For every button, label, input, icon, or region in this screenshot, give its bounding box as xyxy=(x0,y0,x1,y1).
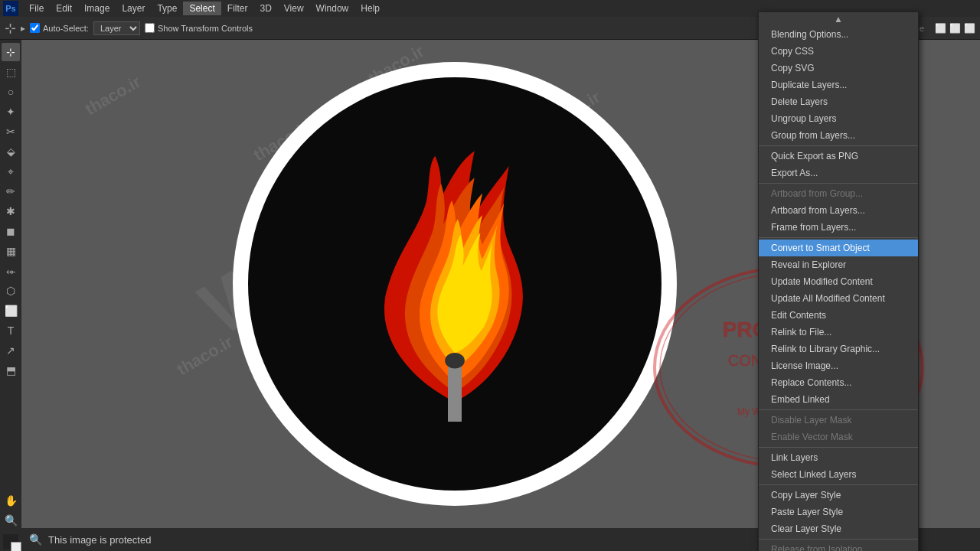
align-center-icon[interactable]: ⬜ xyxy=(949,23,961,34)
auto-select-type[interactable]: Layer Group xyxy=(93,21,140,35)
ctx-group-from-layers[interactable]: Group from Layers... xyxy=(759,127,918,144)
ctx-update-all[interactable]: Update All Modified Content xyxy=(759,290,918,307)
flame-inner xyxy=(248,77,662,491)
move-tool-icon: ⊹ xyxy=(5,20,16,37)
ctx-replace-contents[interactable]: Replace Contents... xyxy=(759,374,918,391)
ctx-quick-export[interactable]: Quick Export as PNG xyxy=(759,148,918,165)
menu-type[interactable]: Type xyxy=(151,2,183,15)
ctx-link-layers[interactable]: Link Layers xyxy=(759,449,918,466)
menu-image[interactable]: Image xyxy=(78,2,116,15)
app-logo: Ps xyxy=(3,1,18,16)
menu-select[interactable]: Select xyxy=(183,2,220,15)
crop-tool-btn[interactable]: ✂ xyxy=(2,122,20,141)
ctx-frame-layers[interactable]: Frame from Layers... xyxy=(759,219,918,236)
menu-file[interactable]: File xyxy=(23,2,50,15)
show-transform-checkbox[interactable] xyxy=(145,23,155,33)
heal-tool-btn[interactable]: ⌖ xyxy=(2,162,20,181)
ctx-sep-1 xyxy=(759,145,918,146)
dodge-tool-btn[interactable]: ⬡ xyxy=(2,282,20,300)
hand-tool-btn[interactable]: ✋ xyxy=(2,491,20,510)
ctx-sep-5 xyxy=(759,447,918,448)
ctx-relink-library[interactable]: Relink to Library Graphic... xyxy=(759,341,918,357)
watermark-6: thaco.ir xyxy=(174,332,237,380)
ctx-sep-7 xyxy=(759,539,918,540)
ctx-sep-3 xyxy=(759,237,918,238)
svg-rect-0 xyxy=(448,363,462,422)
ctx-blending-options[interactable]: Blending Options... xyxy=(759,26,918,43)
eyedropper-btn[interactable]: ⬙ xyxy=(2,142,20,161)
ctx-disable-layer-mask: Disable Layer Mask xyxy=(759,412,918,429)
ctx-update-modified[interactable]: Update Modified Content xyxy=(759,273,918,290)
ctx-relink-file[interactable]: Relink to File... xyxy=(759,324,918,341)
magic-wand-btn[interactable]: ✦ xyxy=(2,103,20,121)
ctx-copy-svg[interactable]: Copy SVG xyxy=(759,60,918,77)
protected-text: This image is protected xyxy=(48,534,151,546)
ctx-ungroup-layers[interactable]: Ungroup Layers xyxy=(759,110,918,127)
lasso-tool-btn[interactable]: ○ xyxy=(2,83,20,101)
ctx-copy-css[interactable]: Copy CSS xyxy=(759,43,918,60)
menu-window[interactable]: Window xyxy=(310,2,355,15)
brush-tool-btn[interactable]: ✏ xyxy=(2,182,20,201)
scroll-up-btn[interactable]: ▲ xyxy=(759,12,918,26)
left-toolbar: ⊹ ⬚ ○ ✦ ✂ ⬙ ⌖ ✏ ✱ ◼ ▦ ⬰ ⬡ ⬜ T ↗ ⬒ ✋ 🔍 xyxy=(0,40,21,551)
ctx-reveal-explorer[interactable]: Reveal in Explorer xyxy=(759,256,918,273)
ctx-artboard-layers[interactable]: Artboard from Layers... xyxy=(759,202,918,219)
ctx-release-isolation: Release from Isolation xyxy=(759,541,918,551)
warning-icon: 🔍 xyxy=(29,533,42,546)
ctx-enable-vector-mask: Enable Vector Mask xyxy=(759,429,918,445)
menu-view[interactable]: View xyxy=(278,2,310,15)
menu-3d[interactable]: 3D xyxy=(253,2,277,15)
arrow-options: ▸ xyxy=(21,23,25,34)
zoom-tool-btn[interactable]: 🔍 xyxy=(2,511,20,530)
ctx-duplicate-layers[interactable]: Duplicate Layers... xyxy=(759,77,918,93)
eraser-tool-btn[interactable]: ◼ xyxy=(2,222,20,240)
align-left-icon[interactable]: ⬜ xyxy=(935,23,946,34)
shape-tool-btn[interactable]: ⬒ xyxy=(2,361,20,380)
flame-svg xyxy=(348,146,562,422)
menu-layer[interactable]: Layer xyxy=(116,2,151,15)
show-transform-label: Show Transform Controls xyxy=(145,23,253,33)
clone-tool-btn[interactable]: ✱ xyxy=(2,202,20,220)
type-tool-btn[interactable]: T xyxy=(2,321,20,340)
selection-tool-btn[interactable]: ⬚ xyxy=(2,63,20,81)
ctx-paste-style[interactable]: Paste Layer Style xyxy=(759,504,918,520)
ctx-delete-layers[interactable]: Delete Layers xyxy=(759,93,918,110)
align-right-icon[interactable]: ⬜ xyxy=(964,23,975,34)
blur-tool-btn[interactable]: ⬰ xyxy=(2,262,20,280)
ctx-export-as[interactable]: Export As... xyxy=(759,165,918,181)
pen-tool-btn[interactable]: ⬜ xyxy=(2,302,20,320)
ctx-convert-smart[interactable]: Convert to Smart Object xyxy=(759,240,918,256)
menu-filter[interactable]: Filter xyxy=(221,2,254,15)
context-menu: ▲ Blending Options... Copy CSS Copy SVG … xyxy=(758,11,919,551)
ctx-select-linked[interactable]: Select Linked Layers xyxy=(759,466,918,483)
ctx-artboard-group: Artboard from Group... xyxy=(759,185,918,202)
menu-help[interactable]: Help xyxy=(354,2,386,15)
ctx-sep-4 xyxy=(759,409,918,410)
foreground-color[interactable] xyxy=(3,534,18,549)
flame-circle xyxy=(233,62,677,506)
auto-select-label: Auto-Select: xyxy=(30,23,89,33)
ctx-sep-6 xyxy=(759,484,918,485)
menu-edit[interactable]: Edit xyxy=(50,2,78,15)
ctx-sep-2 xyxy=(759,183,918,184)
gradient-tool-btn[interactable]: ▦ xyxy=(2,242,20,260)
ctx-clear-style[interactable]: Clear Layer Style xyxy=(759,520,918,537)
ctx-edit-contents[interactable]: Edit Contents xyxy=(759,307,918,324)
ctx-embed-linked[interactable]: Embed Linked xyxy=(759,391,918,408)
watermark-1: thaco.ir xyxy=(82,72,145,119)
path-tool-btn[interactable]: ↗ xyxy=(2,341,20,360)
svg-point-1 xyxy=(445,353,465,369)
ctx-copy-style[interactable]: Copy Layer Style xyxy=(759,487,918,504)
ctx-license-image[interactable]: License Image... xyxy=(759,357,918,374)
auto-select-checkbox[interactable] xyxy=(30,23,40,33)
move-tool-btn[interactable]: ⊹ xyxy=(2,43,20,61)
